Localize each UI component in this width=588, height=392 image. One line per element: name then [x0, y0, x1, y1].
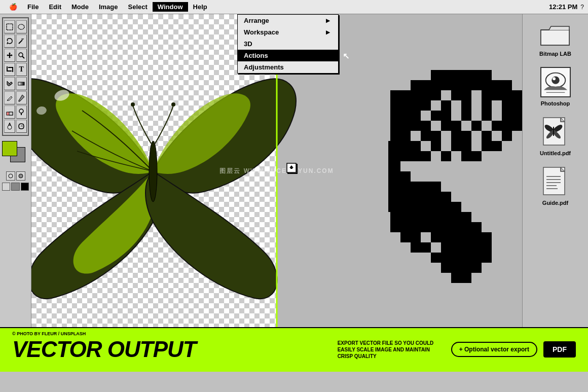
- svg-rect-72: [441, 121, 451, 131]
- tool-eraser[interactable]: [4, 105, 15, 119]
- svg-rect-122: [431, 212, 441, 222]
- svg-rect-154: [471, 253, 482, 263]
- svg-point-12: [19, 109, 23, 113]
- untitled-pdf-label: Untitled.pdf: [540, 150, 571, 156]
- svg-rect-91: [461, 141, 471, 151]
- svg-rect-103: [411, 182, 421, 192]
- svg-rect-69: [390, 131, 400, 141]
- sidebar-untitled-pdf[interactable]: Untitled.pdf: [540, 117, 571, 156]
- svg-rect-146: [451, 242, 461, 253]
- tool-lasso[interactable]: [4, 34, 15, 48]
- tool-rect-marquee[interactable]: [4, 20, 15, 33]
- menu-mode[interactable]: Mode: [66, 2, 94, 12]
- svg-rect-46: [451, 90, 461, 100]
- menu-image[interactable]: Image: [94, 2, 123, 12]
- tool-pencil[interactable]: [4, 91, 15, 104]
- svg-point-6: [19, 53, 23, 57]
- svg-rect-128: [411, 212, 421, 222]
- sidebar-guide-pdf[interactable]: Guide.pdf: [542, 166, 568, 206]
- bitmap-lab-label: Bitmap LAB: [539, 51, 571, 57]
- svg-rect-109: [421, 192, 431, 202]
- svg-rect-99: [461, 151, 471, 161]
- svg-rect-121: [421, 212, 431, 222]
- tool-gradient[interactable]: [16, 77, 27, 90]
- tool-brush[interactable]: [16, 91, 27, 104]
- tool-dodge[interactable]: [4, 120, 15, 133]
- svg-rect-129: [431, 222, 441, 232]
- dropdown-adjustments[interactable]: Adjustments: [238, 61, 338, 73]
- tool-ellipse-marquee[interactable]: [16, 20, 27, 33]
- tool-crop[interactable]: [4, 63, 15, 76]
- svg-rect-157: [441, 253, 451, 263]
- svg-rect-65: [461, 111, 471, 121]
- svg-rect-153: [461, 253, 471, 263]
- vector-export-button[interactable]: + Optional vector export: [451, 342, 537, 357]
- dropdown-workspace[interactable]: Workspace ▶: [238, 26, 338, 38]
- svg-rect-54: [421, 100, 431, 111]
- tool-type[interactable]: T: [16, 63, 27, 76]
- svg-rect-83: [461, 131, 471, 141]
- screen-mode-fullblack[interactable]: [21, 183, 29, 191]
- tool-magic-wand[interactable]: [16, 34, 27, 48]
- svg-rect-23: [400, 90, 411, 100]
- apple-menu[interactable]: 🍎: [4, 2, 22, 12]
- cursor-pointer: ↖: [343, 51, 349, 60]
- tool-zoom[interactable]: [16, 49, 27, 62]
- toolbar: T: [0, 14, 31, 327]
- svg-rect-161: [441, 263, 451, 273]
- svg-rect-134: [390, 222, 400, 232]
- sidebar-bitmap-lab[interactable]: Bitmap LAB: [539, 22, 571, 57]
- svg-rect-33: [411, 90, 421, 100]
- svg-rect-70: [411, 121, 421, 131]
- clock-display: 12:21 PM: [549, 3, 577, 11]
- svg-line-7: [22, 56, 24, 58]
- svg-rect-118: [451, 202, 461, 212]
- footer-description: EXPORT VECTOR FILE SO YOU COULD EASILY S…: [338, 340, 439, 360]
- dropdown-arrange[interactable]: Arrange ▶: [238, 15, 338, 26]
- svg-rect-30: [471, 70, 482, 80]
- svg-rect-137: [421, 222, 431, 232]
- color-swatches[interactable]: [2, 141, 29, 165]
- svg-rect-47: [461, 90, 471, 100]
- svg-rect-48: [482, 90, 492, 100]
- pdf-button[interactable]: PDF: [543, 341, 576, 358]
- tool-smudge[interactable]: [16, 120, 27, 133]
- menu-window[interactable]: Window: [153, 2, 188, 12]
- foreground-color[interactable]: [2, 141, 17, 156]
- quickmask-mode[interactable]: [16, 171, 25, 181]
- standard-mode[interactable]: [6, 171, 15, 181]
- svg-rect-68: [512, 111, 522, 121]
- svg-rect-71: [421, 121, 431, 131]
- menu-help[interactable]: Help: [188, 2, 212, 12]
- svg-rect-126: [390, 212, 400, 222]
- svg-rect-22: [390, 90, 400, 100]
- svg-point-16: [19, 174, 23, 178]
- menu-edit[interactable]: Edit: [44, 2, 66, 12]
- svg-rect-75: [492, 121, 502, 131]
- svg-rect-97: [421, 151, 431, 161]
- screen-mode-full[interactable]: [11, 183, 19, 191]
- svg-rect-140: [461, 232, 471, 242]
- svg-rect-0: [7, 24, 13, 30]
- svg-rect-34: [421, 90, 431, 100]
- svg-rect-25: [421, 80, 431, 90]
- footer-top-border: [0, 327, 588, 328]
- tool-paint-bucket[interactable]: [4, 77, 15, 90]
- svg-rect-87: [400, 141, 411, 151]
- sidebar-photoshop[interactable]: Photoshop: [540, 67, 571, 106]
- svg-rect-51: [512, 90, 522, 100]
- svg-rect-45: [431, 90, 441, 100]
- footer: © PHOTO BY FLEUR / UNSPLASH VECTOR OUTPU…: [0, 327, 588, 372]
- svg-point-172: [553, 77, 556, 80]
- dropdown-3d[interactable]: 3D: [238, 38, 338, 50]
- tool-move[interactable]: [4, 49, 15, 62]
- svg-point-21: [171, 102, 175, 106]
- screen-mode-normal[interactable]: [2, 183, 10, 191]
- svg-rect-40: [482, 80, 492, 90]
- photoshop-icon-img: [540, 67, 571, 97]
- menu-file[interactable]: File: [22, 2, 44, 12]
- dropdown-actions[interactable]: Actions ↖: [238, 50, 338, 61]
- help-icon[interactable]: ?: [580, 4, 584, 11]
- tool-clone[interactable]: [16, 105, 27, 119]
- menu-select[interactable]: Select: [123, 2, 153, 12]
